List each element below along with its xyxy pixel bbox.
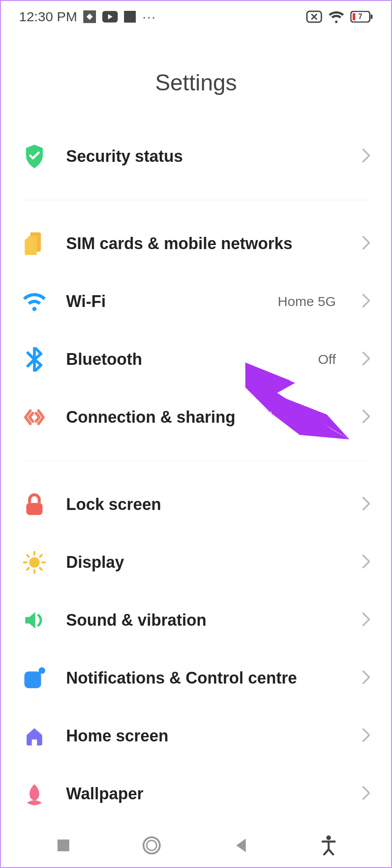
connection-sharing-icon [22, 405, 47, 430]
nav-back-button[interactable] [222, 827, 258, 863]
settings-item-label: Connection & sharing [66, 408, 343, 427]
notifications-icon [22, 665, 47, 691]
chevron-right-icon [362, 786, 370, 802]
svg-line-15 [40, 555, 42, 557]
settings-item-sim[interactable]: SIM cards & mobile networks [22, 215, 370, 273]
navigation-bar [1, 824, 391, 867]
settings-item-bluetooth[interactable]: Bluetooth Off [22, 330, 370, 388]
status-sync-icon [83, 10, 96, 23]
wifi-icon [22, 289, 47, 314]
chevron-right-icon [362, 410, 370, 425]
settings-item-value: Home 5G [278, 294, 336, 309]
status-battery-level: 7 [350, 11, 370, 23]
settings-item-security-status[interactable]: Security status [22, 127, 370, 185]
status-battery-icon: 7 [350, 11, 373, 23]
settings-item-label: Notifications & Control centre [66, 669, 343, 688]
svg-point-26 [326, 835, 331, 840]
chevron-right-icon [362, 149, 370, 164]
svg-rect-5 [371, 14, 373, 19]
settings-item-lock-screen[interactable]: Lock screen [22, 476, 370, 533]
chevron-right-icon [362, 497, 370, 512]
svg-rect-23 [57, 840, 69, 851]
settings-item-label: Display [66, 553, 343, 572]
svg-line-16 [27, 568, 29, 570]
settings-item-label: Wallpaper [66, 784, 343, 803]
chevron-right-icon [362, 294, 370, 309]
bluetooth-icon [22, 347, 47, 372]
nav-recent-button[interactable] [45, 827, 81, 863]
svg-line-14 [40, 568, 42, 570]
nav-accessibility-button[interactable] [311, 827, 347, 863]
svg-point-25 [147, 840, 157, 850]
settings-item-label: Sound & vibration [66, 611, 343, 630]
shield-check-icon [22, 144, 47, 169]
status-time: 12:30 PM [19, 9, 77, 24]
status-bar: 12:30 PM ··· 7 [1, 1, 391, 24]
sim-card-icon [22, 231, 47, 256]
settings-item-display[interactable]: Display [22, 533, 370, 591]
status-more-icon: ··· [142, 9, 156, 24]
settings-item-home-screen[interactable]: Home screen [22, 707, 370, 765]
settings-item-label: Bluetooth [66, 350, 299, 369]
settings-item-wallpaper[interactable]: Wallpaper [22, 765, 370, 823]
svg-rect-2 [124, 11, 136, 23]
tulip-icon [22, 781, 47, 807]
settings-item-sound[interactable]: Sound & vibration [22, 591, 370, 649]
svg-rect-17 [24, 671, 41, 688]
divider [22, 200, 370, 200]
settings-item-connection-sharing[interactable]: Connection & sharing [22, 388, 370, 446]
nav-home-button[interactable] [134, 827, 170, 863]
status-youtube-icon [102, 11, 118, 23]
svg-rect-7 [26, 503, 43, 515]
chevron-right-icon [362, 670, 370, 686]
chevron-right-icon [362, 728, 370, 744]
speaker-icon [22, 608, 47, 633]
chevron-right-icon [362, 236, 370, 251]
settings-item-label: Home screen [66, 726, 343, 745]
settings-item-label: SIM cards & mobile networks [66, 234, 343, 253]
lock-icon [22, 492, 47, 517]
svg-line-13 [27, 555, 29, 557]
divider [22, 461, 370, 461]
svg-point-8 [29, 557, 39, 567]
status-app-icon [124, 11, 136, 23]
settings-item-label: Wi-Fi [66, 292, 259, 311]
sun-icon [22, 550, 47, 575]
settings-item-label: Lock screen [66, 495, 343, 514]
chevron-right-icon [362, 352, 370, 367]
status-wifi-icon [329, 10, 344, 23]
settings-item-wifi[interactable]: Wi-Fi Home 5G [22, 273, 370, 330]
chevron-right-icon [362, 613, 370, 628]
page-title: Settings [1, 70, 391, 96]
svg-point-18 [38, 667, 45, 674]
home-icon [22, 723, 47, 749]
settings-item-label: Security status [66, 147, 343, 166]
status-no-sim-icon [306, 10, 322, 23]
chevron-right-icon [362, 555, 370, 570]
settings-item-value: Off [318, 352, 336, 367]
svg-point-24 [143, 837, 160, 854]
settings-item-notifications[interactable]: Notifications & Control centre [22, 649, 370, 707]
